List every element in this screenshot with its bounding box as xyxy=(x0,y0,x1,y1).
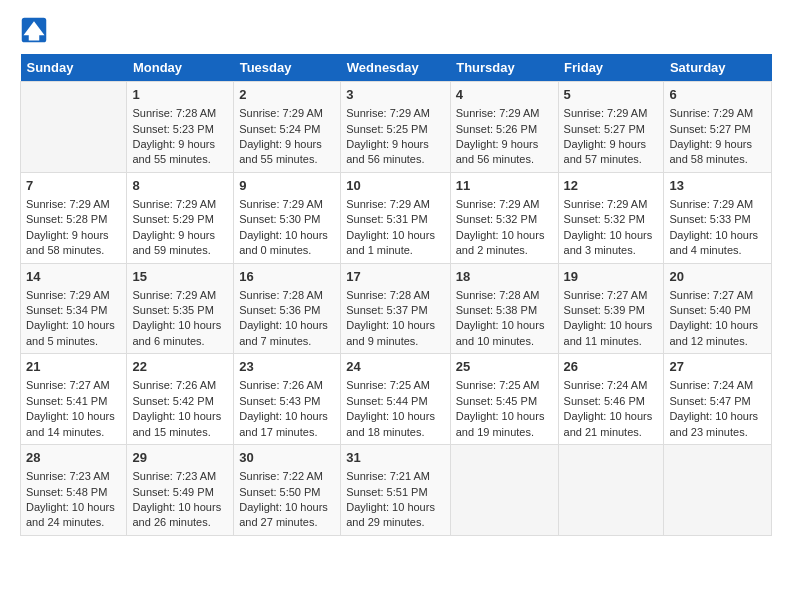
week-row-2: 7Sunrise: 7:29 AMSunset: 5:28 PMDaylight… xyxy=(21,172,772,263)
header xyxy=(20,16,772,44)
day-cell: 24Sunrise: 7:25 AMSunset: 5:44 PMDayligh… xyxy=(341,354,450,445)
daylight-text: Daylight: 10 hours and 19 minutes. xyxy=(456,410,545,437)
day-cell: 11Sunrise: 7:29 AMSunset: 5:32 PMDayligh… xyxy=(450,172,558,263)
sunset-text: Sunset: 5:23 PM xyxy=(132,123,213,135)
sunrise-text: Sunrise: 7:24 AM xyxy=(564,379,648,391)
sunset-text: Sunset: 5:27 PM xyxy=(669,123,750,135)
day-cell: 3Sunrise: 7:29 AMSunset: 5:25 PMDaylight… xyxy=(341,82,450,173)
daylight-text: Daylight: 9 hours and 57 minutes. xyxy=(564,138,647,165)
sunset-text: Sunset: 5:32 PM xyxy=(456,213,537,225)
sunrise-text: Sunrise: 7:23 AM xyxy=(26,470,110,482)
day-cell: 26Sunrise: 7:24 AMSunset: 5:46 PMDayligh… xyxy=(558,354,664,445)
header-cell-tuesday: Tuesday xyxy=(234,54,341,82)
day-number: 15 xyxy=(132,268,228,286)
sunrise-text: Sunrise: 7:25 AM xyxy=(346,379,430,391)
sunrise-text: Sunrise: 7:29 AM xyxy=(26,289,110,301)
day-cell: 15Sunrise: 7:29 AMSunset: 5:35 PMDayligh… xyxy=(127,263,234,354)
header-cell-thursday: Thursday xyxy=(450,54,558,82)
sunrise-text: Sunrise: 7:23 AM xyxy=(132,470,216,482)
header-cell-wednesday: Wednesday xyxy=(341,54,450,82)
week-row-1: 1Sunrise: 7:28 AMSunset: 5:23 PMDaylight… xyxy=(21,82,772,173)
day-cell: 25Sunrise: 7:25 AMSunset: 5:45 PMDayligh… xyxy=(450,354,558,445)
sunrise-text: Sunrise: 7:21 AM xyxy=(346,470,430,482)
sunset-text: Sunset: 5:34 PM xyxy=(26,304,107,316)
sunset-text: Sunset: 5:39 PM xyxy=(564,304,645,316)
sunset-text: Sunset: 5:49 PM xyxy=(132,486,213,498)
header-row: SundayMondayTuesdayWednesdayThursdayFrid… xyxy=(21,54,772,82)
header-cell-friday: Friday xyxy=(558,54,664,82)
sunset-text: Sunset: 5:51 PM xyxy=(346,486,427,498)
sunset-text: Sunset: 5:31 PM xyxy=(346,213,427,225)
day-number: 24 xyxy=(346,358,444,376)
sunset-text: Sunset: 5:28 PM xyxy=(26,213,107,225)
day-cell: 12Sunrise: 7:29 AMSunset: 5:32 PMDayligh… xyxy=(558,172,664,263)
day-number: 17 xyxy=(346,268,444,286)
day-cell: 13Sunrise: 7:29 AMSunset: 5:33 PMDayligh… xyxy=(664,172,772,263)
day-cell xyxy=(450,445,558,536)
day-number: 16 xyxy=(239,268,335,286)
daylight-text: Daylight: 10 hours and 12 minutes. xyxy=(669,319,758,346)
day-cell: 4Sunrise: 7:29 AMSunset: 5:26 PMDaylight… xyxy=(450,82,558,173)
daylight-text: Daylight: 10 hours and 24 minutes. xyxy=(26,501,115,528)
sunset-text: Sunset: 5:38 PM xyxy=(456,304,537,316)
day-cell: 28Sunrise: 7:23 AMSunset: 5:48 PMDayligh… xyxy=(21,445,127,536)
day-cell: 29Sunrise: 7:23 AMSunset: 5:49 PMDayligh… xyxy=(127,445,234,536)
sunset-text: Sunset: 5:26 PM xyxy=(456,123,537,135)
sunset-text: Sunset: 5:42 PM xyxy=(132,395,213,407)
sunrise-text: Sunrise: 7:29 AM xyxy=(239,198,323,210)
daylight-text: Daylight: 10 hours and 1 minute. xyxy=(346,229,435,256)
sunrise-text: Sunrise: 7:29 AM xyxy=(346,107,430,119)
daylight-text: Daylight: 10 hours and 23 minutes. xyxy=(669,410,758,437)
day-number: 27 xyxy=(669,358,766,376)
sunrise-text: Sunrise: 7:29 AM xyxy=(456,198,540,210)
sunrise-text: Sunrise: 7:29 AM xyxy=(669,198,753,210)
week-row-4: 21Sunrise: 7:27 AMSunset: 5:41 PMDayligh… xyxy=(21,354,772,445)
sunrise-text: Sunrise: 7:26 AM xyxy=(132,379,216,391)
day-number: 19 xyxy=(564,268,659,286)
daylight-text: Daylight: 10 hours and 9 minutes. xyxy=(346,319,435,346)
sunset-text: Sunset: 5:40 PM xyxy=(669,304,750,316)
sunset-text: Sunset: 5:33 PM xyxy=(669,213,750,225)
daylight-text: Daylight: 10 hours and 2 minutes. xyxy=(456,229,545,256)
sunset-text: Sunset: 5:24 PM xyxy=(239,123,320,135)
sunset-text: Sunset: 5:25 PM xyxy=(346,123,427,135)
day-cell: 8Sunrise: 7:29 AMSunset: 5:29 PMDaylight… xyxy=(127,172,234,263)
day-cell: 20Sunrise: 7:27 AMSunset: 5:40 PMDayligh… xyxy=(664,263,772,354)
day-number: 14 xyxy=(26,268,121,286)
sunset-text: Sunset: 5:35 PM xyxy=(132,304,213,316)
sunrise-text: Sunrise: 7:27 AM xyxy=(669,289,753,301)
daylight-text: Daylight: 9 hours and 59 minutes. xyxy=(132,229,215,256)
sunrise-text: Sunrise: 7:29 AM xyxy=(239,107,323,119)
logo-icon xyxy=(20,16,48,44)
day-cell xyxy=(558,445,664,536)
header-cell-sunday: Sunday xyxy=(21,54,127,82)
day-number: 1 xyxy=(132,86,228,104)
calendar-table: SundayMondayTuesdayWednesdayThursdayFrid… xyxy=(20,54,772,536)
sunset-text: Sunset: 5:30 PM xyxy=(239,213,320,225)
calendar-body: 1Sunrise: 7:28 AMSunset: 5:23 PMDaylight… xyxy=(21,82,772,536)
daylight-text: Daylight: 9 hours and 56 minutes. xyxy=(456,138,539,165)
day-number: 9 xyxy=(239,177,335,195)
sunrise-text: Sunrise: 7:27 AM xyxy=(564,289,648,301)
daylight-text: Daylight: 10 hours and 26 minutes. xyxy=(132,501,221,528)
day-cell: 30Sunrise: 7:22 AMSunset: 5:50 PMDayligh… xyxy=(234,445,341,536)
sunrise-text: Sunrise: 7:28 AM xyxy=(346,289,430,301)
daylight-text: Daylight: 9 hours and 58 minutes. xyxy=(669,138,752,165)
daylight-text: Daylight: 9 hours and 56 minutes. xyxy=(346,138,429,165)
daylight-text: Daylight: 10 hours and 27 minutes. xyxy=(239,501,328,528)
calendar-header: SundayMondayTuesdayWednesdayThursdayFrid… xyxy=(21,54,772,82)
day-number: 28 xyxy=(26,449,121,467)
daylight-text: Daylight: 9 hours and 55 minutes. xyxy=(132,138,215,165)
day-cell: 22Sunrise: 7:26 AMSunset: 5:42 PMDayligh… xyxy=(127,354,234,445)
sunrise-text: Sunrise: 7:25 AM xyxy=(456,379,540,391)
sunset-text: Sunset: 5:45 PM xyxy=(456,395,537,407)
day-cell: 17Sunrise: 7:28 AMSunset: 5:37 PMDayligh… xyxy=(341,263,450,354)
day-cell xyxy=(21,82,127,173)
sunrise-text: Sunrise: 7:29 AM xyxy=(132,198,216,210)
sunrise-text: Sunrise: 7:29 AM xyxy=(564,107,648,119)
sunset-text: Sunset: 5:43 PM xyxy=(239,395,320,407)
sunrise-text: Sunrise: 7:29 AM xyxy=(456,107,540,119)
sunrise-text: Sunrise: 7:26 AM xyxy=(239,379,323,391)
day-number: 29 xyxy=(132,449,228,467)
daylight-text: Daylight: 10 hours and 15 minutes. xyxy=(132,410,221,437)
